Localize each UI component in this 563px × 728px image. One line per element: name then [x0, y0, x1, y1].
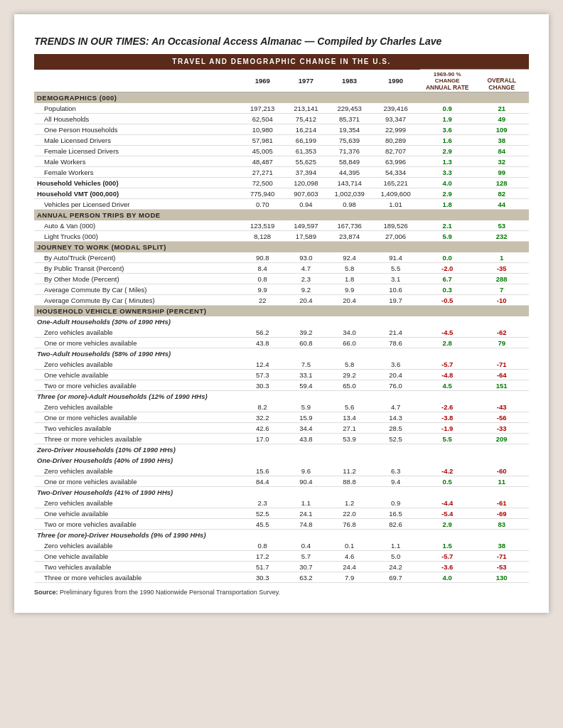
row-cell: 123,519 [241, 220, 284, 231]
section-header-label: HOUSEHOLD VEHICLE OWNERSHIP (PERCENT) [34, 306, 529, 317]
row-cell: 45.5 [241, 519, 284, 530]
col-header-label [34, 70, 241, 92]
row-cell: 20.4 [371, 370, 420, 380]
table-row: By Public Transit (Percent)8.44.75.85.5-… [34, 263, 529, 274]
row-label: Zero vehicles available [34, 540, 241, 551]
table-row: Zero vehicles available56.239.234.021.4-… [34, 327, 529, 338]
row-cell: 38 [474, 135, 529, 146]
row-cell: 22,999 [371, 124, 420, 135]
row-label: Population [34, 103, 241, 114]
row-cell: 17.2 [241, 551, 284, 562]
table-row: By Auto/Truck (Percent)90.893.092.491.40… [34, 252, 529, 263]
table-row: Zero vehicles available0.80.40.11.11.538 [34, 540, 529, 551]
row-cell: -33 [474, 423, 529, 434]
row-label: One or more vehicles available [34, 338, 241, 348]
row-label: Female Licensed Drivers [34, 146, 241, 156]
row-cell: 66,199 [284, 135, 328, 146]
row-cell: 48,487 [241, 156, 284, 167]
row-cell: 11.2 [328, 466, 371, 476]
section-header-label: ANNUAL PERSON TRIPS BY MODE [34, 210, 529, 221]
row-cell: 167,736 [328, 220, 371, 231]
table-row: One vehicle available52.524.122.016.5-5.… [34, 508, 529, 519]
row-cell: 775,940 [241, 188, 284, 199]
row-cell: 3.6 [371, 359, 420, 370]
row-cell: 130 [474, 572, 529, 583]
row-cell: 109 [474, 124, 529, 135]
table-row: All Households62,50475,41285,37193,3471.… [34, 114, 529, 124]
table-row: Two or more vehicles available30.359.465… [34, 380, 529, 391]
row-cell: 75,412 [284, 114, 328, 124]
row-cell: 1,002,039 [328, 188, 371, 199]
row-label: Two vehicles available [34, 562, 241, 572]
row-cell: 239,416 [371, 103, 420, 114]
row-cell: 29.2 [328, 370, 371, 380]
row-label: One Person Households [34, 124, 241, 135]
table-row: Average Commute By Car ( Minutes)2220.42… [34, 295, 529, 306]
row-cell: 149,597 [284, 220, 328, 231]
row-cell: 10,980 [241, 124, 284, 135]
row-cell: -10 [474, 295, 529, 306]
table-title: TRAVEL AND DEMOGRAPHIC CHANGE IN THE U.S… [34, 54, 529, 70]
row-cell: 90.4 [284, 476, 328, 487]
row-cell: -4.4 [420, 498, 474, 508]
row-cell: 66.0 [328, 338, 371, 348]
row-cell: 57.3 [241, 370, 284, 380]
row-cell: 82,707 [371, 146, 420, 156]
row-label: Average Commute By Car ( Miles) [34, 284, 241, 295]
row-label: One or more vehicles available [34, 476, 241, 487]
row-cell: 16.5 [371, 508, 420, 519]
table-row: Average Commute By Car ( Miles)9.99.29.9… [34, 284, 529, 295]
row-cell: 79 [474, 338, 529, 348]
table-row: Vehicles per Licensed Driver0.700.940.98… [34, 199, 529, 210]
table-row: Zero vehicles available12.47.55.83.6-5.7… [34, 359, 529, 370]
row-cell: 2.8 [420, 338, 474, 348]
row-cell: 8.4 [241, 263, 284, 274]
row-cell: 1.6 [420, 135, 474, 146]
row-cell: 128 [474, 178, 529, 188]
row-cell: 213,141 [284, 103, 328, 114]
row-cell: 1.9 [420, 114, 474, 124]
row-cell: 20.4 [328, 295, 371, 306]
row-cell: 907,603 [284, 188, 328, 199]
table-row: Auto & Van (000)123,519149,597167,736189… [34, 220, 529, 231]
row-cell: 1.3 [420, 156, 474, 167]
row-label: One vehicle available [34, 370, 241, 380]
row-cell: -4.5 [420, 327, 474, 338]
row-cell: 34.0 [328, 327, 371, 338]
row-cell: 54,334 [371, 167, 420, 178]
row-cell: 2.9 [420, 519, 474, 530]
row-cell: 59.4 [284, 380, 328, 391]
row-cell: 1.8 [420, 199, 474, 210]
row-cell: 0.8 [241, 540, 284, 551]
row-cell: 92.4 [328, 252, 371, 263]
row-label: Male Workers [34, 156, 241, 167]
row-cell: 229,453 [328, 103, 371, 114]
row-cell: 5.6 [328, 402, 371, 412]
table-row: Female Licensed Drivers45,00561,35371,37… [34, 146, 529, 156]
row-cell: 74.8 [284, 519, 328, 530]
row-cell: 19,354 [328, 124, 371, 135]
row-label: One or more vehicles available [34, 412, 241, 423]
row-cell: 37,394 [284, 167, 328, 178]
row-cell: 24.1 [284, 508, 328, 519]
table-row: One or more vehicles available32.215.913… [34, 412, 529, 423]
section-header-label: JOURNEY TO WORK (MODAL SPLIT) [34, 242, 529, 253]
row-cell: -3.8 [420, 412, 474, 423]
row-label: Three or more vehicles available [34, 572, 241, 583]
row-cell: 28.5 [371, 423, 420, 434]
row-cell: 9.4 [371, 476, 420, 487]
row-cell: 8.2 [241, 402, 284, 412]
row-cell: 80,289 [371, 135, 420, 146]
row-cell: 2.3 [284, 274, 328, 284]
row-cell: 71,376 [328, 146, 371, 156]
row-label: One vehicle available [34, 508, 241, 519]
row-cell: 38 [474, 540, 529, 551]
row-cell: 11 [474, 476, 529, 487]
row-cell: 63.2 [284, 572, 328, 583]
row-cell: 5.5 [420, 434, 474, 444]
row-cell: 3.3 [420, 167, 474, 178]
row-cell: 51.7 [241, 562, 284, 572]
row-cell: 1.5 [420, 540, 474, 551]
subheader-label: One-Driver Households (40% of 1990 HHs) [34, 455, 529, 466]
col-header-annual: 1969-90 % CHANGE ANNUAL RATE [420, 70, 474, 92]
